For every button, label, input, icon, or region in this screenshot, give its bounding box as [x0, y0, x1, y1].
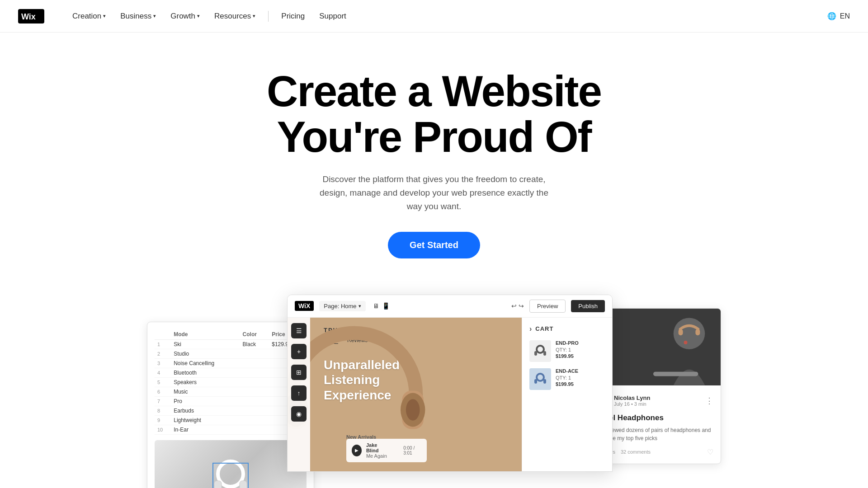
- table-row: 1SkiBlack$129.95: [155, 339, 307, 349]
- cart-item-image-2: [529, 368, 551, 390]
- mobile-icon[interactable]: 📱: [382, 302, 390, 310]
- database-icon[interactable]: ◉: [291, 406, 307, 422]
- table-row: 9Lightweight: [155, 415, 307, 425]
- redo-button[interactable]: ↪: [519, 302, 524, 310]
- chevron-down-icon: ▾: [153, 13, 156, 19]
- components-icon[interactable]: ⊞: [291, 365, 307, 380]
- device-icons: 🖥 📱: [373, 302, 390, 310]
- demo-section: Mode Color Price 1SkiBlack$129.95 2Studi…: [0, 295, 868, 488]
- editor-logo: WiX: [295, 301, 314, 311]
- table-row: 2Studio: [155, 349, 307, 358]
- svg-point-18: [674, 318, 705, 349]
- more-options-button[interactable]: ⋮: [705, 396, 713, 406]
- hero-title: Create a Website You're Proud Of: [18, 69, 850, 160]
- site-content: TPHONES Home Reviews Shop Unparalleled L…: [310, 318, 522, 471]
- upload-icon[interactable]: ↑: [291, 385, 307, 401]
- desktop-icon[interactable]: 🖥: [373, 302, 379, 310]
- svg-rect-12: [534, 351, 537, 356]
- editor-wrapper: WiX Page: Home ▾ 🖥 📱 ↩ ↪ Preview Publish: [287, 295, 613, 472]
- svg-rect-20: [679, 329, 683, 335]
- svg-point-22: [684, 341, 688, 344]
- cart-expand-icon[interactable]: ›: [529, 325, 532, 333]
- pages-icon[interactable]: ☰: [291, 323, 307, 338]
- author-info: Nicolas Lynn July 16 • 3 min: [614, 394, 701, 407]
- chevron-down-icon: ▾: [253, 13, 255, 19]
- chevron-down-icon: ▾: [359, 303, 361, 309]
- svg-text:Wix: Wix: [21, 12, 36, 21]
- cart-panel: › CART END-PRO QT: [522, 318, 612, 471]
- table-row: 8Earbuds: [155, 406, 307, 415]
- editor-toolbar: WiX Page: Home ▾ 🖥 📱 ↩ ↪ Preview Publish: [288, 295, 612, 318]
- headphone-preview: [155, 440, 307, 488]
- chevron-down-icon: ▾: [197, 13, 200, 19]
- undo-redo: ↩ ↪: [511, 302, 524, 310]
- editor-left-toolbar: ☰ + ⊞ ↑ ◉: [288, 318, 310, 471]
- table-row: 6Music: [155, 387, 307, 396]
- hero-section: Create a Website You're Proud Of Discove…: [0, 33, 868, 286]
- nav-item-creation[interactable]: Creation ▾: [67, 8, 111, 24]
- table-row: 10In-Ear: [155, 425, 307, 434]
- cart-item-info-2: END-ACE QTY: 1 $199.95: [556, 368, 578, 387]
- svg-rect-21: [695, 329, 700, 335]
- svg-rect-19: [653, 371, 698, 376]
- nav-links: Creation ▾ Business ▾ Growth ▾ Resources…: [67, 8, 352, 24]
- table-row: 7Pro: [155, 396, 307, 406]
- nav-right: 🌐 EN: [827, 12, 850, 20]
- nav-item-support[interactable]: Support: [314, 8, 352, 24]
- hero-subtitle: Discover the platform that gives you the…: [312, 173, 556, 214]
- preview-button[interactable]: Preview: [529, 300, 566, 313]
- cart-item-info-1: END-PRO QTY: 1 $199.95: [556, 340, 579, 359]
- cart-item-2: END-ACE QTY: 1 $199.95: [529, 368, 605, 390]
- nav-item-business[interactable]: Business ▾: [115, 8, 161, 24]
- svg-point-11: [537, 346, 544, 353]
- table-row: 5Speakers: [155, 377, 307, 387]
- globe-icon: 🌐: [827, 12, 836, 20]
- nav-divider: [268, 11, 269, 22]
- chevron-down-icon: ▾: [103, 13, 106, 19]
- navigation: Wix Creation ▾ Business ▾ Growth ▾ Resou…: [0, 0, 868, 33]
- svg-rect-16: [543, 379, 546, 384]
- cart-item-1: END-PRO QTY: 1 $199.95: [529, 340, 605, 362]
- website-preview: ☰ + ⊞ ↑ ◉ TPHONES Home Reviews Shop Unpa…: [288, 318, 612, 471]
- svg-point-10: [406, 399, 420, 421]
- nav-item-resources[interactable]: Resources ▾: [209, 8, 261, 24]
- page-selector[interactable]: Page: Home ▾: [319, 301, 365, 311]
- svg-point-14: [537, 374, 544, 381]
- selection-box: [212, 463, 249, 488]
- product-table: Mode Color Price 1SkiBlack$129.95 2Studi…: [155, 329, 307, 435]
- logo[interactable]: Wix: [18, 9, 44, 23]
- svg-rect-13: [543, 351, 546, 356]
- table-row: 4Bluetooth: [155, 368, 307, 377]
- nav-item-pricing[interactable]: Pricing: [276, 8, 310, 24]
- cart-header: › CART: [529, 325, 605, 333]
- cart-item-image-1: [529, 340, 551, 362]
- publish-button[interactable]: Publish: [571, 300, 605, 312]
- nav-item-growth[interactable]: Growth ▾: [165, 8, 205, 24]
- add-icon[interactable]: +: [291, 344, 307, 359]
- like-button[interactable]: ♡: [707, 448, 713, 456]
- get-started-button[interactable]: Get Started: [388, 232, 480, 258]
- editor-chrome: WiX Page: Home ▾ 🖥 📱 ↩ ↪ Preview Publish: [287, 295, 613, 472]
- undo-button[interactable]: ↩: [511, 302, 517, 310]
- table-row: 3Noise Cancelling: [155, 358, 307, 368]
- svg-rect-15: [534, 379, 537, 384]
